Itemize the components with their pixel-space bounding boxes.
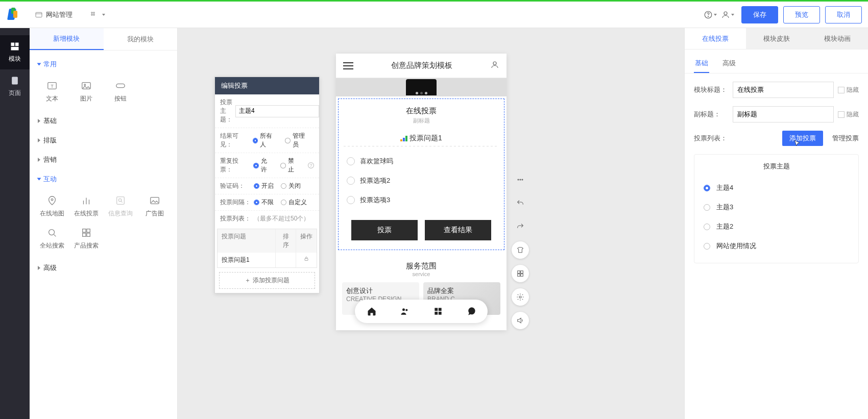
mod-title-hide[interactable]: 隐藏: [838, 86, 859, 94]
search-icon: [45, 227, 59, 238]
item-map[interactable]: 在线地图: [37, 192, 68, 221]
radio-repeat-allow[interactable]: 允许: [253, 157, 273, 174]
apps-menu-button[interactable]: [85, 8, 110, 22]
rtab-anim[interactable]: 模块动画: [807, 28, 868, 49]
row-lock[interactable]: [296, 253, 317, 267]
add-vote-button[interactable]: 添加投票: [782, 131, 823, 146]
radio-captcha-off[interactable]: 关闭: [281, 182, 301, 190]
chevron-down-icon: [714, 14, 717, 16]
radio-captcha-on[interactable]: 开启: [254, 182, 274, 190]
item-info[interactable]: 信息查询: [105, 192, 136, 221]
svg-rect-31: [87, 229, 90, 232]
add-question-button[interactable]: ＋ 添加投票问题: [219, 272, 315, 289]
tool-theme[interactable]: [512, 241, 529, 259]
svg-point-44: [522, 179, 523, 180]
item-button[interactable]: 按钮: [105, 77, 136, 106]
row-sort-handle[interactable]: [276, 253, 296, 267]
properties-panel: 在线投票 模块皮肤 模块动画 基础 高级 模块标题： 隐藏 副标题： 隐藏 投票…: [684, 28, 868, 419]
preview-button[interactable]: 预览: [783, 6, 820, 23]
chevron-down-icon: [102, 14, 105, 16]
section-advanced[interactable]: 高级: [37, 258, 170, 278]
tool-components[interactable]: [512, 265, 529, 282]
help-icon[interactable]: ?: [308, 162, 314, 168]
phone-user-button[interactable]: [490, 60, 499, 71]
site-manage-button[interactable]: 网站管理: [30, 7, 78, 22]
svg-rect-34: [305, 259, 308, 261]
section-layout[interactable]: 排版: [37, 131, 170, 150]
field-theme-input[interactable]: [235, 105, 319, 117]
section-basic[interactable]: 基础: [37, 111, 170, 131]
popup-title: 编辑投票: [215, 77, 319, 94]
svg-point-7: [708, 16, 709, 16]
radio-interval-unlimit[interactable]: 不限: [254, 198, 274, 207]
radio-repeat-forbid[interactable]: 禁止: [280, 157, 300, 174]
phone-title: 创意品牌策划模板: [391, 61, 452, 70]
service-section: 服务范围 service: [336, 252, 507, 279]
rtab-skin[interactable]: 模块皮肤: [746, 28, 807, 49]
manage-vote-link[interactable]: 管理投票: [832, 134, 859, 143]
tab-my-module[interactable]: 我的模块: [104, 28, 178, 50]
phone-tabbar: [355, 300, 488, 323]
tshirt-icon: [516, 246, 524, 254]
item-prodsearch[interactable]: 产品搜索: [71, 224, 102, 253]
cancel-button[interactable]: 取消: [825, 6, 862, 23]
svg-rect-0: [36, 12, 42, 17]
tool-settings[interactable]: [512, 288, 529, 306]
svg-rect-39: [438, 308, 441, 311]
vote-option-1[interactable]: 喜欢篮球吗: [344, 152, 499, 171]
preview-label: 预览: [795, 10, 808, 19]
theme-option-1[interactable]: 主题3: [702, 198, 851, 217]
tab-new-module[interactable]: 新增模块: [30, 28, 104, 50]
item-sitesearch[interactable]: 全站搜索: [37, 224, 68, 253]
rail-page[interactable]: 页面: [0, 69, 30, 104]
save-button[interactable]: 保存: [741, 6, 778, 23]
row-question-text[interactable]: 投票问题1: [218, 253, 276, 267]
hamburger-icon[interactable]: [343, 62, 353, 69]
svg-point-42: [518, 179, 519, 180]
vote-option-2[interactable]: 投票选项2: [344, 171, 499, 190]
svg-rect-47: [518, 274, 520, 277]
tool-undo[interactable]: [512, 194, 529, 212]
radio-result-all[interactable]: 所有人: [253, 132, 278, 149]
rail-module[interactable]: 模块: [0, 35, 30, 69]
home-icon[interactable]: [367, 306, 377, 316]
banner-carousel[interactable]: [336, 78, 507, 96]
item-ad[interactable]: 广告图: [139, 192, 170, 221]
section-common[interactable]: 常用: [37, 55, 170, 74]
theme-option-2[interactable]: 主题2: [702, 217, 851, 236]
subtab-basic[interactable]: 基础: [694, 55, 709, 73]
users-icon[interactable]: [400, 306, 410, 316]
radio-result-admin[interactable]: 管理员: [285, 132, 310, 149]
sub-title-input[interactable]: [733, 106, 834, 122]
account-button[interactable]: [719, 6, 736, 23]
vote-submit-button[interactable]: 投票: [351, 220, 418, 240]
item-image[interactable]: 图片: [71, 77, 102, 106]
vote-option-3[interactable]: 投票选项3: [344, 190, 499, 210]
vote-result-button[interactable]: 查看结果: [425, 220, 491, 240]
app-logo: [6, 8, 20, 22]
item-text[interactable]: T文本: [37, 77, 68, 106]
tool-sound[interactable]: [512, 312, 529, 329]
section-marketing[interactable]: 营销: [37, 150, 170, 169]
svg-point-49: [519, 296, 521, 298]
field-interval-label: 投票间隔：: [220, 198, 251, 207]
item-vote[interactable]: 在线投票: [71, 192, 102, 221]
apps-icon[interactable]: [433, 306, 443, 316]
help-button[interactable]: [702, 6, 719, 23]
mod-title-input[interactable]: [733, 82, 834, 98]
radio-interval-custom[interactable]: 自定义: [281, 198, 307, 207]
subtab-adv[interactable]: 高级: [721, 55, 737, 73]
sub-title-hide[interactable]: 隐藏: [838, 110, 859, 119]
rtab-vote[interactable]: 在线投票: [685, 28, 746, 49]
tool-redo[interactable]: [512, 218, 529, 235]
chat-icon[interactable]: [466, 306, 476, 316]
vote-module-selected[interactable]: 在线投票 副标题 投票问题1 喜欢篮球吗 投票选项2 投票选项3 投票 查看结果: [338, 98, 504, 250]
tool-more[interactable]: [512, 171, 529, 188]
theme-option-3[interactable]: 网站使用情况: [702, 236, 851, 256]
svg-rect-24: [117, 197, 125, 205]
theme-option-0[interactable]: 主题4: [702, 178, 851, 198]
editor-canvas[interactable]: 编辑投票 投票主题： 结果可见： 所有人 管理员 重复投票： 允许 禁止 ? 验…: [178, 28, 684, 419]
grid-icon: [79, 227, 93, 238]
section-interact[interactable]: 互动: [37, 169, 170, 189]
chevron-icon: [37, 63, 41, 66]
